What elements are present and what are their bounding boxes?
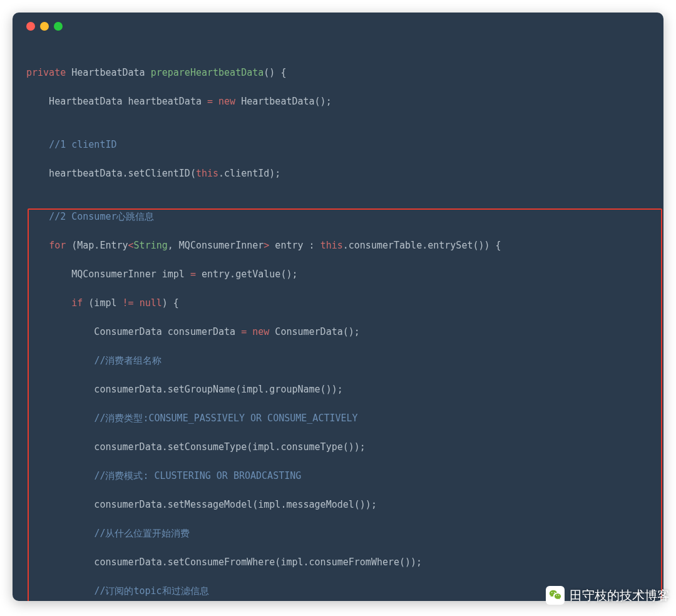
code-line: ConsumerData consumerData = new Consumer… [26,325,650,339]
code-line: if (impl != null) { [26,296,650,311]
code-area: private HeartbeatData prepareHeartbeatDa… [13,40,663,601]
code-line: //消费模式: CLUSTERING OR BROADCASTING [26,469,650,483]
watermark: 田守枝的技术博客 [546,586,670,605]
window-titlebar [13,13,663,40]
code-line: consumerData.setMessageModel(impl.messag… [26,498,650,512]
code-line: //消费者组名称 [26,354,650,368]
watermark-text: 田守枝的技术博客 [570,587,670,604]
code-line: for (Map.Entry<String, MQConsumerInner> … [26,239,650,253]
code-line: MQConsumerInner impl = entry.getValue(); [26,267,650,282]
code-line: //从什么位置开始消费 [26,526,650,541]
code-line: //2 Consumer心跳信息 [26,210,650,224]
code-line: //1 clientID [26,138,650,152]
code-window: private HeartbeatData prepareHeartbeatDa… [13,13,663,601]
zoom-icon[interactable] [54,22,63,31]
code-line: HeartbeatData heartbeatData = new Heartb… [26,95,650,109]
code-line: private HeartbeatData prepareHeartbeatDa… [26,66,650,80]
minimize-icon[interactable] [40,22,49,31]
code-line: heartbeatData.setClientID(this.clientId)… [26,167,650,181]
wechat-icon [546,586,565,605]
code-line: consumerData.setConsumeFromWhere(impl.co… [26,555,650,570]
code-line: consumerData.setGroupName(impl.groupName… [26,382,650,397]
close-icon[interactable] [26,22,35,31]
code-line: consumerData.setConsumeType(impl.consume… [26,440,650,454]
code-line: //消费类型:CONSUME_PASSIVELY OR CONSUME_ACTI… [26,411,650,426]
